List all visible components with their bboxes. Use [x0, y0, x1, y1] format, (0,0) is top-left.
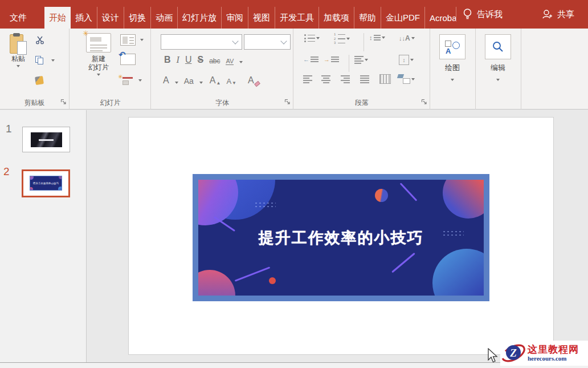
justify-button[interactable]	[360, 75, 369, 83]
deco-circle-bottomleft	[198, 270, 235, 296]
powerpoint-window: 文件 开始 插入 设计 切换 动画 幻灯片放 审阅 视图 开发工具 加载项 帮助…	[0, 0, 588, 368]
clear-format-glyph: A	[248, 75, 254, 86]
slide-layout-button[interactable]	[120, 34, 144, 46]
align-center-button[interactable]	[321, 75, 330, 83]
reset-slide-icon: ↶	[120, 54, 136, 65]
slide-image[interactable]: 提升工作效率的小技巧	[193, 174, 489, 301]
char-spacing-chevron	[239, 61, 243, 65]
tab-animations[interactable]: 动画	[150, 7, 177, 29]
tab-jinshan-pdf[interactable]: 金山PDF	[381, 7, 424, 29]
font-dialog-launcher[interactable]	[284, 97, 291, 107]
numbering-button[interactable]: 1 2 3	[334, 33, 350, 45]
drawing-button[interactable]: A 绘图	[439, 34, 466, 83]
tab-transitions[interactable]: 切换	[124, 7, 150, 29]
share-button[interactable]: 共享	[541, 0, 574, 29]
copy-button[interactable]	[35, 56, 55, 64]
tab-acrobat[interactable]: Acrobat	[424, 7, 456, 29]
align-right-icon	[341, 75, 350, 83]
bullets-button[interactable]	[304, 34, 320, 42]
slide-2-thumbnail-selected[interactable]: 提升工作效率的小技巧	[22, 169, 70, 197]
paragraph-divider-2	[349, 55, 349, 72]
slide-title-text[interactable]: 提升工作效率的小技巧	[198, 228, 484, 248]
line-spacing-button[interactable]: ↕	[369, 34, 385, 41]
tab-help[interactable]: 帮助	[354, 7, 381, 29]
paste-button[interactable]: 粘贴	[3, 33, 33, 69]
section-dropdown-chevron	[138, 79, 142, 83]
tab-file[interactable]: 文件	[0, 7, 36, 29]
eraser-icon	[254, 81, 260, 87]
editing-button[interactable]: 编辑	[485, 34, 511, 83]
new-slide-dropdown-chevron	[97, 74, 100, 78]
slide-layout-icon	[120, 34, 136, 46]
editing-label: 编辑	[491, 63, 505, 73]
watermark-logo-letter: Z	[509, 347, 517, 359]
deco-dots-left	[254, 201, 276, 209]
ribbon: 粘贴 剪贴板	[0, 29, 588, 110]
tell-me-button[interactable]: 告诉我	[463, 0, 503, 29]
grow-font-button[interactable]: A▲	[210, 75, 221, 86]
slide-1-thumbnail[interactable]	[22, 127, 70, 152]
reset-slide-button[interactable]: ↶	[120, 54, 136, 65]
slide-2-preview-title: 提升工作效率的小技巧	[33, 182, 59, 185]
tab-home[interactable]: 开始	[44, 7, 71, 29]
tab-slideshow[interactable]: 幻灯片放	[177, 7, 221, 29]
convert-smartart-button[interactable]	[398, 74, 415, 84]
tab-view[interactable]: 视图	[248, 7, 275, 29]
format-painter-button[interactable]	[35, 76, 43, 84]
editing-chevron	[496, 79, 500, 83]
change-case-button[interactable]: Aa	[184, 76, 194, 86]
numbering-icon: 1 2 3	[334, 33, 345, 45]
bold-button[interactable]: B	[164, 55, 171, 65]
text-shadow-button[interactable]: abc	[209, 57, 220, 65]
new-sparkle-icon: ✳	[83, 30, 89, 37]
tab-developer[interactable]: 开发工具	[275, 7, 318, 29]
share-person-icon	[541, 9, 553, 20]
align-text-icon	[354, 56, 364, 64]
text-direction-button[interactable]: ↓↓A	[399, 34, 415, 42]
slide-1-preview	[31, 132, 62, 147]
shrink-font-glyph: A	[226, 77, 231, 86]
align-left-button[interactable]	[303, 75, 312, 83]
deco-line-topright	[400, 183, 418, 201]
new-slide-button[interactable]: ✳ 新建 幻灯片	[80, 33, 117, 78]
decrease-indent-button[interactable]: ←	[303, 56, 318, 63]
paragraph-dialog-launcher[interactable]	[421, 97, 427, 107]
tab-addins[interactable]: 加载项	[318, 7, 354, 29]
character-spacing-button[interactable]: AV	[226, 58, 234, 65]
slide-canvas[interactable]: 提升工作效率的小技巧	[128, 117, 554, 355]
tab-design[interactable]: 设计	[97, 7, 124, 29]
slide-thumbnail-panel: 1 2 提升工作效率的小技巧	[0, 110, 87, 362]
cut-button[interactable]	[35, 35, 44, 45]
tab-insert[interactable]: 插入	[71, 7, 97, 29]
clear-formatting-button[interactable]: A	[248, 75, 260, 86]
align-vertical-button[interactable]: ↕	[399, 55, 414, 65]
increase-indent-icon: →	[324, 56, 330, 63]
new-slide-label-bottom: 幻灯片	[88, 63, 109, 72]
shrink-font-button[interactable]: A▼	[226, 77, 236, 86]
section-button[interactable]: ✳	[121, 75, 142, 86]
deco-circle-topright	[443, 180, 484, 219]
font-size-chevron-icon	[280, 38, 287, 44]
tab-review[interactable]: 审阅	[221, 7, 248, 29]
align-text-button[interactable]	[354, 56, 368, 64]
columns-button[interactable]	[379, 74, 391, 84]
strikethrough-button[interactable]: S	[197, 55, 203, 65]
magnifier-icon	[492, 41, 504, 53]
columns-icon	[379, 74, 391, 84]
italic-button[interactable]: I	[177, 55, 179, 65]
font-size-combo[interactable]	[244, 34, 291, 50]
paste-clipboard-icon	[10, 33, 27, 55]
font-name-combo[interactable]	[161, 34, 242, 50]
font-color-glyph: A	[163, 75, 169, 86]
font-color-button[interactable]: A	[163, 75, 169, 86]
deco-line-bottomcenter	[235, 266, 271, 281]
align-right-button[interactable]	[341, 75, 350, 83]
align-vertical-icon: ↕	[399, 55, 409, 65]
font-name-chevron-icon	[232, 38, 238, 44]
lightbulb-icon	[463, 8, 472, 21]
group-slides: ✳ 新建 幻灯片 ↶ ✳ 幻灯片	[70, 29, 151, 110]
underline-button[interactable]: U	[185, 55, 192, 65]
share-label: 共享	[557, 9, 574, 20]
increase-indent-button[interactable]: →	[324, 56, 339, 63]
clipboard-dialog-launcher[interactable]	[60, 97, 67, 107]
